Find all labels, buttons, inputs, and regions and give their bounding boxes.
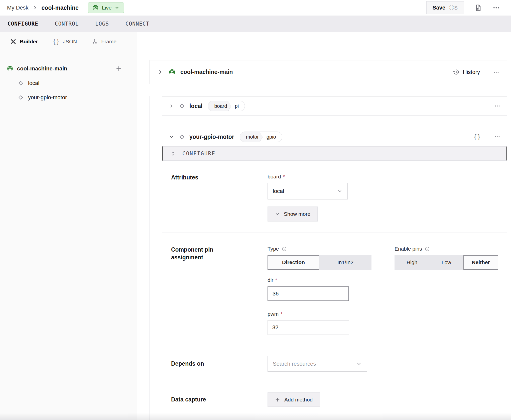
motor-resource-card: your-gpio-motor motor gpio {} bbox=[162, 127, 507, 420]
plus-icon bbox=[115, 65, 122, 72]
enable-pins-info-icon[interactable] bbox=[425, 246, 430, 252]
builder-canvas: cool-machine-main History bbox=[137, 32, 511, 420]
machine-card-menu[interactable] bbox=[493, 69, 499, 75]
breadcrumb-parent[interactable]: My Desk bbox=[7, 5, 29, 11]
tab-logs[interactable]: LOGS bbox=[95, 21, 109, 27]
tools-icon bbox=[10, 38, 17, 45]
file-chart-icon bbox=[474, 4, 482, 12]
machine-card-header: cool-machine-main History bbox=[150, 60, 507, 84]
tab-configure[interactable]: CONFIGURE bbox=[8, 21, 38, 27]
broadcast-icon bbox=[168, 68, 176, 76]
chevron-down-icon bbox=[169, 134, 174, 140]
machine-expand-chevron[interactable] bbox=[157, 69, 163, 75]
pwm-pin-input[interactable] bbox=[268, 320, 349, 335]
tab-control[interactable]: CONTROL bbox=[55, 21, 79, 27]
collapse-icon bbox=[170, 151, 176, 156]
save-shortcut: ⌘S bbox=[449, 5, 458, 11]
machine-report-button[interactable] bbox=[474, 4, 482, 12]
chevron-down-icon bbox=[337, 188, 342, 194]
config-sidebar: Builder {} JSON Frame co bbox=[0, 32, 137, 420]
depends-on-select[interactable]: Search resources bbox=[268, 356, 367, 372]
view-tab-json[interactable]: {} JSON bbox=[52, 38, 77, 45]
pin-assignment-label: Component pin assignment bbox=[171, 246, 268, 335]
required-mark: * bbox=[280, 311, 282, 317]
depends-on-row: Depends on Search resources bbox=[162, 346, 507, 382]
chevron-down-icon bbox=[114, 5, 119, 10]
board-field-label: board * bbox=[268, 174, 498, 180]
frame-axes-icon bbox=[91, 38, 98, 45]
configure-section-toggle[interactable]: CONFIGURE bbox=[162, 146, 507, 161]
ellipsis-icon bbox=[494, 103, 500, 109]
component-diamond-icon bbox=[18, 94, 24, 101]
view-tab-builder[interactable]: Builder bbox=[10, 38, 38, 45]
machine-menu-button[interactable] bbox=[492, 4, 500, 12]
motor-type-badge: motor gpio bbox=[240, 132, 282, 142]
local-card-title: local bbox=[189, 103, 202, 110]
add-resource-button[interactable] bbox=[115, 65, 122, 72]
motor-collapse-chevron[interactable] bbox=[169, 134, 174, 140]
pwm-field-label: pwm * bbox=[268, 311, 498, 317]
local-resource-card: local board pi bbox=[162, 96, 507, 116]
attributes-label: Attributes bbox=[171, 174, 268, 222]
save-label: Save bbox=[433, 5, 445, 11]
chevron-down-icon bbox=[356, 361, 362, 367]
live-status-dropdown[interactable]: Live bbox=[88, 3, 124, 13]
broadcast-icon bbox=[7, 65, 14, 72]
depends-on-label: Depends on bbox=[171, 360, 268, 368]
motor-json-button[interactable]: {} bbox=[473, 133, 481, 141]
history-icon bbox=[453, 69, 460, 75]
ellipsis-icon bbox=[494, 134, 500, 140]
local-card-menu[interactable] bbox=[494, 103, 500, 109]
tree-item-your-gpio-motor[interactable]: your-gpio-motor bbox=[0, 90, 137, 104]
history-button[interactable]: History bbox=[453, 69, 480, 75]
type-toggle-group: Direction In1/In2 bbox=[268, 255, 371, 270]
enable-pins-field-label: Enable pins bbox=[395, 246, 498, 252]
component-diamond-icon bbox=[178, 133, 185, 140]
local-type-badge: board pi bbox=[208, 101, 245, 111]
type-option-in1in2[interactable]: In1/In2 bbox=[319, 255, 371, 270]
type-info-icon[interactable] bbox=[282, 246, 287, 252]
component-diamond-icon bbox=[18, 80, 24, 86]
component-diamond-icon bbox=[178, 102, 185, 110]
show-more-button[interactable]: Show more bbox=[268, 206, 318, 222]
ellipsis-icon bbox=[492, 4, 500, 12]
save-button[interactable]: Save ⌘S bbox=[426, 1, 464, 14]
data-capture-row: Data capture Add method bbox=[162, 382, 507, 420]
broadcast-icon bbox=[92, 4, 99, 11]
motor-card-menu[interactable] bbox=[494, 134, 500, 140]
machine-card-title: cool-machine-main bbox=[180, 69, 233, 75]
type-option-direction[interactable]: Direction bbox=[268, 255, 319, 270]
add-method-button[interactable]: Add method bbox=[268, 392, 320, 407]
top-bar: My Desk cool-machine Live Save ⌘S bbox=[0, 0, 511, 16]
resource-tree: cool-machine-main local your-gpio-motor bbox=[0, 51, 137, 104]
live-label: Live bbox=[102, 5, 112, 11]
local-expand-chevron[interactable] bbox=[169, 103, 174, 109]
main-tab-bar: CONFIGURE CONTROL LOGS CONNECT bbox=[0, 16, 511, 32]
ellipsis-icon bbox=[493, 69, 499, 75]
dir-field-label: dir * bbox=[268, 277, 498, 283]
motor-card-title: your-gpio-motor bbox=[189, 134, 234, 140]
enable-option-low[interactable]: Low bbox=[429, 255, 463, 270]
chevron-right-icon bbox=[157, 69, 163, 75]
enable-option-high[interactable]: High bbox=[395, 255, 429, 270]
data-capture-label: Data capture bbox=[171, 396, 268, 403]
required-mark: * bbox=[283, 174, 285, 180]
breadcrumb-chevron-icon bbox=[33, 5, 38, 10]
pin-assignment-row: Component pin assignment Type bbox=[162, 233, 507, 346]
tree-item-machine[interactable]: cool-machine-main bbox=[0, 61, 137, 76]
chevron-down-icon bbox=[275, 212, 280, 217]
breadcrumb-current: cool-machine bbox=[42, 5, 79, 11]
dir-pin-input[interactable] bbox=[268, 286, 349, 301]
view-tab-frame[interactable]: Frame bbox=[91, 38, 116, 45]
tree-item-local[interactable]: local bbox=[0, 76, 137, 90]
type-field-label: Type bbox=[268, 246, 371, 252]
braces-icon: {} bbox=[52, 38, 60, 45]
required-mark: * bbox=[275, 277, 277, 283]
plus-icon bbox=[275, 397, 280, 402]
enable-pins-toggle-group: High Low Neither bbox=[395, 255, 498, 270]
tab-connect[interactable]: CONNECT bbox=[125, 21, 150, 27]
board-select[interactable]: local bbox=[268, 183, 348, 199]
enable-option-neither[interactable]: Neither bbox=[463, 255, 498, 270]
chevron-right-icon bbox=[169, 103, 174, 109]
attributes-row: Attributes board * local Show more bbox=[162, 161, 507, 233]
